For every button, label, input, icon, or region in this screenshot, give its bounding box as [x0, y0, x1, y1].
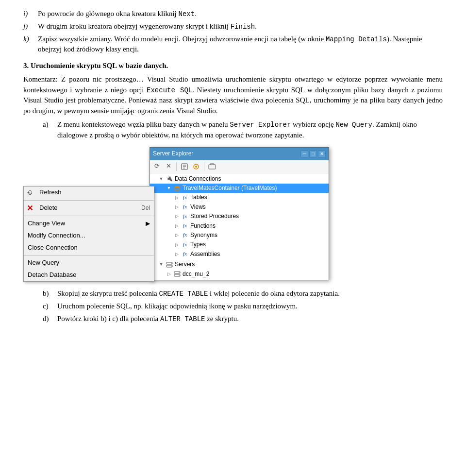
- list-text-b: Skopiuj ze skryptu treść polecenia CREAT…: [57, 289, 340, 299]
- menu-label-detach-database: Detach Database: [28, 271, 76, 280]
- server-explorer-toolbar: ⟳ ✕: [150, 160, 329, 173]
- titlebar-pin-btn[interactable]: ─: [300, 151, 308, 157]
- server-explorer-tree: ▼ 🔌 Data Connections ▼ TravelMatesContai…: [150, 173, 329, 280]
- tree-label-connection: TravelMatesContainer (TravelMates): [183, 184, 277, 192]
- tree-label-views: Views: [190, 203, 206, 211]
- delete-icon: ✕: [27, 203, 33, 214]
- tree-node-stored-procedures[interactable]: ▷ fx Stored Procedures: [150, 212, 329, 221]
- marker-d: d): [43, 314, 57, 324]
- toolbar-icon-2[interactable]: ✕: [164, 162, 173, 171]
- separator-3: [24, 255, 154, 255]
- tree-node-connection[interactable]: ▼ TravelMatesContainer (TravelMates): [150, 184, 329, 193]
- toolbar-icon-5[interactable]: [207, 162, 217, 171]
- marker-a: a): [43, 119, 57, 130]
- expand-assemblies[interactable]: ▷: [173, 251, 180, 257]
- separator-2: [24, 216, 154, 216]
- refresh-icon: [27, 189, 33, 196]
- server-explorer-title: Server Explorer: [153, 150, 300, 158]
- menu-item-new-query[interactable]: New Query: [24, 257, 154, 269]
- svg-point-11: [179, 272, 180, 273]
- code-execute-sql: Execute SQL: [147, 86, 192, 94]
- svg-point-7: [171, 263, 172, 264]
- tree-node-synonyms[interactable]: ▷ fx Synonyms: [150, 231, 329, 240]
- tree-label-server-child: dcc_mu_2: [183, 270, 209, 278]
- expand-data-connections[interactable]: ▼: [158, 175, 165, 182]
- icon-synonyms: fx: [181, 232, 189, 239]
- list-item-k: k) Zapisz wszystkie zmiany. Wróć do mode…: [23, 34, 443, 55]
- menu-label-delete: Delete: [39, 204, 58, 213]
- menu-item-detach-database[interactable]: Detach Database: [24, 269, 154, 281]
- svg-point-8: [171, 266, 172, 267]
- tree-label-functions: Functions: [190, 222, 216, 230]
- expand-connection[interactable]: ▼: [166, 185, 172, 192]
- expand-servers[interactable]: ▼: [158, 261, 165, 268]
- context-menu: Refresh ✕ Delete Del Change View ▶ Modif…: [23, 186, 154, 282]
- toolbar-icon-3[interactable]: [180, 162, 189, 171]
- menu-item-refresh[interactable]: Refresh: [24, 187, 154, 199]
- list-text-a: Z menu kontekstowego węzła pliku bazy da…: [57, 119, 443, 141]
- icon-data-connections: 🔌: [166, 175, 173, 183]
- expand-types[interactable]: ▷: [173, 241, 180, 248]
- expand-tables[interactable]: ▷: [173, 194, 180, 201]
- tree-node-servers[interactable]: ▼ Servers: [150, 260, 329, 269]
- screenshot-container: Refresh ✕ Delete Del Change View ▶ Modif…: [23, 147, 443, 282]
- toolbar-icon-1[interactable]: ⟳: [152, 162, 162, 171]
- tree-label-stored-procedures: Stored Procedures: [190, 212, 239, 221]
- expand-stored-procedures[interactable]: ▷: [173, 213, 180, 220]
- code-next: Next: [179, 10, 195, 18]
- icon-stored-procedures: fx: [181, 213, 189, 221]
- server-explorer-window: Server Explorer ─ □ ✕ ⟳ ✕: [150, 147, 329, 280]
- list-item-a: a) Z menu kontekstowego węzła pliku bazy…: [43, 119, 443, 141]
- menu-label-change-view: Change View: [28, 219, 65, 228]
- tree-node-tables[interactable]: ▷ fx Tables: [150, 193, 329, 202]
- server-explorer-titlebar: Server Explorer ─ □ ✕: [150, 148, 329, 160]
- svg-point-12: [179, 275, 180, 276]
- titlebar-minimize-btn[interactable]: □: [309, 151, 317, 157]
- tree-node-types[interactable]: ▷ fx Types: [150, 240, 329, 249]
- separator-1: [24, 200, 154, 201]
- code-create-table: CREATE TABLE: [159, 290, 208, 298]
- tree-label-servers: Servers: [175, 260, 195, 269]
- tree-node-views[interactable]: ▷ fx Views: [150, 203, 329, 212]
- code-finish: Finish: [231, 23, 255, 31]
- tree-label-synonyms: Synonyms: [190, 231, 217, 239]
- svg-point-2: [195, 166, 197, 168]
- titlebar-close-btn[interactable]: ✕: [318, 151, 326, 157]
- toolbar-separator-1: [176, 162, 177, 171]
- icon-connection: [173, 185, 181, 192]
- icon-assemblies: fx: [181, 250, 189, 258]
- toolbar-separator-2: [204, 162, 204, 171]
- alpha-list-2: b) Skopiuj ze skryptu treść polecenia CR…: [43, 289, 443, 324]
- menu-item-delete[interactable]: ✕ Delete Del: [24, 202, 154, 214]
- alpha-list: a) Z menu kontekstowego węzła pliku bazy…: [43, 119, 443, 141]
- list-item-c: c) Uruchom polecenie SQL, np. klikając o…: [43, 301, 443, 312]
- section-3-heading: 3. Uruchomienie skryptu SQL w bazie dany…: [23, 61, 443, 71]
- menu-item-modify-connection[interactable]: Modify Connection...: [24, 230, 154, 242]
- expand-functions[interactable]: ▷: [173, 222, 180, 229]
- list-text-i: Po powrocie do głównego okna kreatora kl…: [38, 9, 197, 19]
- comment-paragraph: Komentarz: Z pozoru nic prostszego… Visu…: [23, 74, 443, 117]
- tree-node-functions[interactable]: ▷ fx Functions: [150, 221, 329, 231]
- menu-item-close-connection[interactable]: Close Connection: [24, 242, 154, 254]
- menu-item-change-view[interactable]: Change View ▶: [24, 218, 154, 230]
- svg-rect-3: [209, 165, 216, 169]
- titlebar-buttons: ─ □ ✕: [300, 151, 326, 157]
- arrow-icon-change-view: ▶: [146, 220, 150, 228]
- code-new-query: New Query: [335, 121, 372, 129]
- expand-views[interactable]: ▷: [173, 204, 180, 211]
- tree-label-types: Types: [190, 240, 206, 249]
- toolbar-icon-4[interactable]: [191, 162, 201, 171]
- tree-label-data-connections: Data Connections: [175, 175, 221, 183]
- expand-synonyms[interactable]: ▷: [173, 232, 180, 239]
- expand-server-child[interactable]: ▷: [166, 271, 172, 277]
- tree-node-server-child[interactable]: ▷ dcc_mu_2: [150, 270, 329, 279]
- menu-label-modify-connection: Modify Connection...: [28, 231, 85, 240]
- menu-label-close-connection: Close Connection: [28, 243, 78, 253]
- list-item-j: j) W drugim kroku kreatora obejrzyj wyge…: [23, 21, 443, 32]
- code-server-explorer: Server Explorer: [230, 121, 291, 129]
- delete-shortcut: Del: [141, 204, 150, 212]
- tree-node-data-connections[interactable]: ▼ 🔌 Data Connections: [150, 174, 329, 184]
- icon-tables: fx: [181, 194, 189, 202]
- svg-point-4: [175, 186, 180, 188]
- tree-node-assemblies[interactable]: ▷ fx Assemblies: [150, 250, 329, 259]
